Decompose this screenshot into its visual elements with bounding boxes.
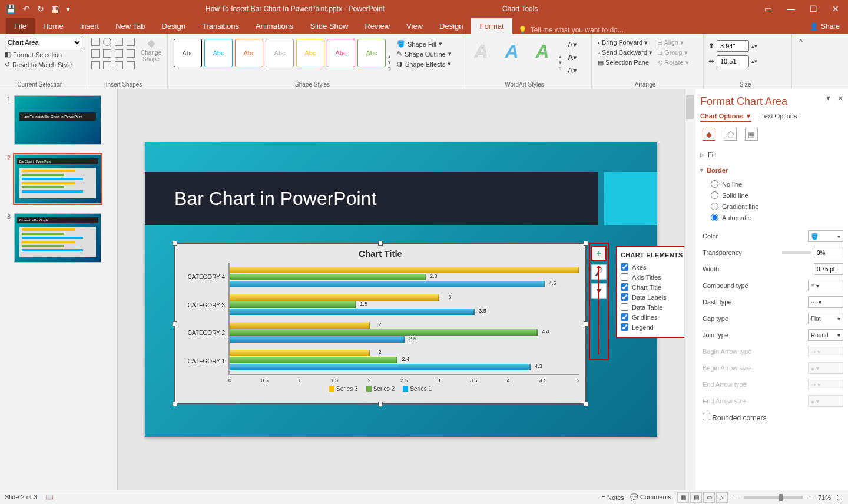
fit-to-window-icon[interactable]: ⛶ [837,494,843,501]
transparency-slider[interactable] [782,251,811,254]
dash-type-picker[interactable]: ⋯ ▾ [808,296,843,308]
section-fill[interactable]: ▷Fill [700,149,843,161]
shape-style-7[interactable]: Abc [357,39,386,67]
slide-title[interactable]: Bar Chart in PowerPoint [145,172,598,225]
join-type-picker[interactable]: Round ▾ [808,329,843,341]
spell-check-icon[interactable]: 📖 [45,493,54,501]
chk-data-table[interactable]: Data Table [621,302,689,312]
tab-insert[interactable]: Insert [72,18,108,34]
border-width-input[interactable] [814,263,843,275]
height-input[interactable] [717,40,749,52]
selection-pane-button[interactable]: ▤ Selection Pane [598,59,652,67]
effects-tab-icon[interactable]: ⬠ [724,128,737,141]
undo-icon[interactable]: ↶ [23,4,30,14]
shape-effects-button[interactable]: ◑Shape Effects ▾ [397,60,452,68]
tab-slideshow[interactable]: Slide Show [302,18,356,34]
resize-handle[interactable] [378,402,383,406]
chk-axis-titles[interactable]: Axis Titles [621,272,689,282]
tab-new[interactable]: New Tab [107,18,153,34]
minimize-icon[interactable]: — [787,4,795,14]
resize-handle[interactable] [584,241,588,246]
chart-plot-area[interactable]: CATEGORY 4 CATEGORY 3 CATEGORY 2 CATEGOR… [175,263,585,375]
close-icon[interactable]: ✕ [832,4,839,14]
text-fill-button[interactable]: A▾ [565,39,579,50]
section-border[interactable]: ▿Border [700,164,843,176]
chk-gridlines[interactable]: Gridlines [621,312,689,322]
redo-icon[interactable]: ↻ [37,4,44,14]
tab-design[interactable]: Design [154,18,194,34]
maximize-icon[interactable]: ☐ [810,4,817,14]
wordart-style-3[interactable]: A [528,37,556,66]
color-picker[interactable]: 🪣▾ [808,230,843,242]
transparency-input[interactable] [814,247,843,258]
tab-review[interactable]: Review [356,18,398,34]
align-button[interactable]: ⊞ Align ▾ [657,39,689,47]
resize-handle[interactable] [378,241,383,246]
shape-styles-more[interactable]: ▴▾▿ [387,37,392,88]
shape-style-1[interactable]: Abc [174,39,202,67]
tab-chart-format[interactable]: Format [471,18,512,34]
wordart-style-1[interactable]: A [467,37,495,66]
chk-axes[interactable]: Axes [621,262,689,272]
cap-type-picker[interactable]: Flat ▾ [808,313,843,324]
qat-more-icon[interactable]: ▾ [66,4,70,14]
thumbnail-2[interactable]: 2 Bar Chart in PowerPoint [4,154,114,204]
collapse-ribbon-button[interactable]: ^ [792,34,810,89]
text-effects-button[interactable]: A▾ [565,65,579,76]
zoom-out-icon[interactable]: − [734,494,737,501]
format-selection-button[interactable]: ◧Format Selection [5,51,80,58]
tab-chart-design[interactable]: Design [431,18,471,34]
vertical-scrollbar[interactable] [684,89,695,490]
bring-forward-button[interactable]: ▪ Bring Forward ▾ [598,39,652,47]
radio-solid-line[interactable]: Solid line [711,190,843,201]
shape-fill-button[interactable]: 🪣Shape Fill ▾ [397,40,452,48]
tell-me-search[interactable]: 💡 Tell me what you want to do... [518,26,624,34]
normal-view-icon[interactable]: ▦ [677,492,689,503]
ribbon-display-icon[interactable]: ▭ [764,4,772,14]
share-button[interactable]: 👤 Share [801,19,848,34]
shape-style-6[interactable]: Abc [327,39,355,67]
shape-outline-button[interactable]: ✎Shape Outline ▾ [397,50,452,58]
radio-automatic[interactable]: Automatic [711,212,843,223]
slideshow-view-icon[interactable]: ▷ [716,492,728,503]
tab-text-options[interactable]: Text Options [761,112,797,122]
radio-gradient-line[interactable]: Gradient line [711,201,843,212]
thumbnail-1[interactable]: 1 How To Insert Bar Chart In PowerPoint [4,95,114,145]
shape-style-2[interactable]: Abc [204,39,233,67]
reset-style-button[interactable]: ↺Reset to Match Style [5,61,80,68]
chk-chart-title[interactable]: Chart Title [621,282,689,292]
thumbnail-3[interactable]: 3 Customize Bar Graph [4,213,114,263]
wordart-style-2[interactable]: A [498,37,526,66]
shape-style-5[interactable]: Abc [296,39,324,67]
wordart-more[interactable]: ▴▾▿ [559,37,562,88]
sorter-view-icon[interactable]: ▤ [690,492,702,503]
tab-transitions[interactable]: Transitions [194,18,247,34]
shape-gallery[interactable] [90,37,137,88]
size-tab-icon[interactable]: ▦ [745,128,758,141]
reading-view-icon[interactable]: ▭ [703,492,715,503]
slide-canvas[interactable]: Bar Chart in PowerPoint Chart Title CATE… [118,89,684,490]
resize-handle[interactable] [584,321,588,326]
chk-rounded-corners[interactable]: Rounded corners [703,414,766,422]
slide-counter[interactable]: Slide 2 of 3 [5,493,37,501]
save-icon[interactable]: 💾 [6,4,16,14]
tab-file[interactable]: File [6,18,35,34]
pane-options-icon[interactable]: ▼ [825,94,832,101]
pane-close-icon[interactable]: ✕ [837,94,843,102]
fill-line-tab-icon[interactable]: ◆ [703,128,716,141]
zoom-level[interactable]: 71% [818,494,831,501]
tab-chart-options[interactable]: Chart Options ▼ [700,112,751,122]
text-outline-button[interactable]: A▾ [565,52,579,63]
chart-legend[interactable]: Series 3 Series 2 Series 1 [175,383,585,394]
plot-area[interactable]: 52.84.531.83.524.42.522.44.3 [228,263,579,375]
resize-handle[interactable] [173,321,177,326]
chart-title[interactable]: Chart Title [175,244,585,263]
notes-button[interactable]: ≡ Notes [602,494,624,501]
comments-button[interactable]: 💬 Comments [630,493,671,501]
compound-type-picker[interactable]: ≡ ▾ [808,280,843,291]
tab-home[interactable]: Home [35,18,72,34]
chk-legend[interactable]: Legend [621,322,689,332]
resize-handle[interactable] [584,402,588,406]
tab-animations[interactable]: Animations [247,18,302,34]
resize-handle[interactable] [173,241,177,246]
